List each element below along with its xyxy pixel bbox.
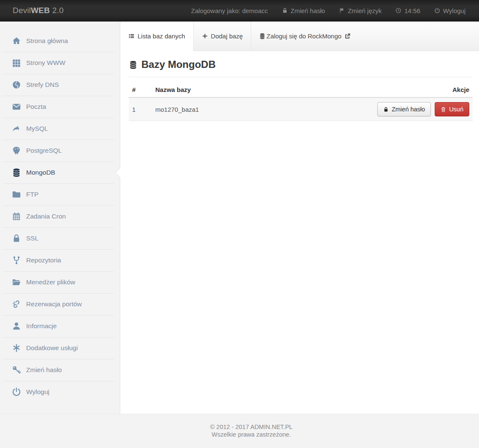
tab-bar: Lista baz danych Dodaj bazę Zaloguj się … bbox=[120, 22, 479, 51]
main-panel: Lista baz danych Dodaj bazę Zaloguj się … bbox=[120, 22, 479, 414]
sidebar-item-label: PostgreSQL bbox=[26, 147, 62, 154]
topbar-right: Zalogowany jako: demoacc Zmień hasło Zmi… bbox=[191, 7, 465, 14]
sidebar-item-label: Wyloguj bbox=[26, 388, 49, 396]
table-row: 1mo1270_baza1Zmień hasłoUsuń bbox=[129, 97, 473, 121]
sidebar-item-informacje[interactable]: Informacje bbox=[0, 315, 120, 337]
sidebar-item-label: Strefy DNS bbox=[26, 81, 59, 89]
sidebar-item-label: Strona główna bbox=[26, 37, 68, 45]
clock-icon bbox=[395, 8, 401, 13]
col-header-name: Nazwa bazy bbox=[152, 82, 260, 97]
sidebar-item-mysql[interactable]: MySQL bbox=[0, 118, 120, 140]
calendar-icon bbox=[12, 212, 21, 221]
logged-in-as: Zalogowany jako: demoacc bbox=[191, 7, 268, 14]
globe-icon bbox=[12, 80, 21, 89]
lock-icon bbox=[383, 107, 389, 112]
sidebar-item-label: Informacje bbox=[26, 322, 57, 330]
power-icon bbox=[12, 387, 21, 397]
databases-table: # Nazwa bazy Akcje 1mo1270_baza1Zmień ha… bbox=[129, 82, 473, 121]
sidebar-item-label: Menedżer plików bbox=[26, 278, 75, 286]
list-icon bbox=[128, 33, 135, 39]
topbar: DevilWEB 2.0 Zalogowany jako: demoacc Zm… bbox=[0, 0, 479, 22]
postgresql-elephant-icon bbox=[12, 146, 21, 155]
sidebar-item-zmien-haslo[interactable]: Zmień hasło bbox=[0, 359, 120, 381]
sidebar-item-label: Dodatkowe usługi bbox=[26, 344, 78, 352]
sidebar-item-label: Zadania Cron bbox=[26, 213, 66, 220]
page-footer: © 2012 - 2017 ADMIN.NET.PL Wszelkie praw… bbox=[0, 414, 479, 448]
sidebar-item-ftp[interactable]: FTP bbox=[0, 184, 120, 205]
sidebar-item-label: Strony WWW bbox=[26, 59, 65, 67]
table-header-row: # Nazwa bazy Akcje bbox=[129, 82, 473, 97]
sidebar-item-menedzer-plikow[interactable]: Menedżer plików bbox=[0, 271, 120, 293]
col-header-index: # bbox=[129, 82, 152, 97]
sidebar-item-label: MySQL bbox=[26, 125, 48, 132]
flag-icon bbox=[339, 8, 345, 13]
usun-button[interactable]: Usuń bbox=[435, 102, 469, 116]
topbar-change-language-link[interactable]: Zmień język bbox=[339, 7, 382, 14]
folder-icon bbox=[12, 190, 21, 199]
title-divider bbox=[129, 77, 473, 77]
sidebar-item-strony-www[interactable]: Strony WWW bbox=[0, 52, 120, 74]
sidebar-nav: Strona głównaStrony WWWStrefy DNSPocztaM… bbox=[0, 22, 120, 414]
database-icon bbox=[129, 60, 138, 69]
app-logo: DevilWEB 2.0 bbox=[13, 6, 64, 15]
clock-display: 14:56 bbox=[395, 7, 420, 14]
row-actions: Zmień hasłoUsuń bbox=[260, 97, 473, 121]
lock-icon bbox=[12, 234, 21, 243]
sidebar-item-postgresql[interactable]: PostgreSQL bbox=[0, 140, 120, 162]
mysql-dolphin-icon bbox=[12, 124, 21, 133]
tab-database-list[interactable]: Lista baz danych bbox=[120, 22, 194, 51]
database-icon bbox=[259, 33, 265, 39]
sidebar-item-poczta[interactable]: Poczta bbox=[0, 96, 120, 118]
lock-icon bbox=[282, 8, 288, 13]
col-header-actions: Akcje bbox=[260, 82, 473, 97]
row-index: 1 bbox=[129, 97, 152, 121]
asterisk-icon bbox=[12, 343, 21, 353]
tab-add-database[interactable]: Dodaj bazę bbox=[194, 22, 252, 51]
tab-rockmongo-login[interactable]: Zaloguj się do RockMongo bbox=[251, 22, 359, 51]
power-icon bbox=[434, 8, 440, 13]
key-icon bbox=[12, 365, 21, 375]
sidebar-item-strefy-dns[interactable]: Strefy DNS bbox=[0, 74, 120, 96]
topbar-logout-link[interactable]: Wyloguj bbox=[434, 7, 465, 14]
sidebar-item-label: Rezerwacja portów bbox=[26, 300, 82, 308]
sidebar-item-label: Zmień hasło bbox=[26, 366, 62, 374]
sidebar-item-label: MongoDB bbox=[26, 169, 55, 176]
db-table-body: 1mo1270_baza1Zmień hasłoUsuń bbox=[129, 97, 473, 121]
sidebar-item-label: FTP bbox=[26, 191, 38, 198]
page-title: Bazy MongoDB bbox=[129, 59, 473, 70]
footer-text: © 2012 - 2017 ADMIN.NET.PL Wszelkie praw… bbox=[0, 414, 479, 438]
sidebar-item-dodatkowe-uslugi[interactable]: Dodatkowe usługi bbox=[0, 337, 120, 359]
envelope-icon bbox=[12, 102, 21, 111]
grid-icon bbox=[12, 58, 21, 67]
topbar-change-password-link[interactable]: Zmień hasło bbox=[282, 7, 325, 14]
sidebar-item-ssl[interactable]: SSL bbox=[0, 227, 120, 249]
database-name: mo1270_baza1 bbox=[152, 97, 260, 121]
copyright-line: © 2012 - 2017 ADMIN.NET.PL bbox=[24, 423, 479, 431]
sidebar-item-strona-glowna[interactable]: Strona główna bbox=[0, 30, 120, 52]
rights-line: Wszelkie prawa zastrzeżone. bbox=[24, 431, 479, 438]
zmien-haslo-button[interactable]: Zmień hasło bbox=[377, 102, 431, 116]
sidebar-item-mongodb[interactable]: MongoDB bbox=[0, 162, 120, 184]
page-shell: Strona głównaStrony WWWStrefy DNSPocztaM… bbox=[0, 22, 479, 414]
sidebar-item-zadania-cron[interactable]: Zadania Cron bbox=[0, 205, 120, 227]
sidebar-item-label: Poczta bbox=[26, 103, 46, 111]
user-icon bbox=[12, 321, 21, 331]
sidebar-item-rezerwacja-portow[interactable]: Rezerwacja portów bbox=[0, 293, 120, 315]
git-fork-icon bbox=[12, 256, 21, 265]
sidebar-item-repozytoria[interactable]: Repozytoria bbox=[0, 249, 120, 271]
sidebar-item-wyloguj[interactable]: Wyloguj bbox=[0, 381, 120, 403]
content-area: Bazy MongoDB # Nazwa bazy Akcje 1mo1270_… bbox=[120, 51, 479, 130]
sidebar-item-label: SSL bbox=[26, 235, 38, 242]
trash-icon bbox=[441, 107, 446, 112]
folder-open-icon bbox=[12, 278, 21, 287]
chain-broken-icon bbox=[12, 300, 21, 309]
external-link-icon bbox=[344, 33, 351, 39]
database-icon bbox=[12, 168, 21, 177]
plus-icon bbox=[202, 33, 208, 39]
sidebar-item-label: Repozytoria bbox=[26, 256, 61, 264]
home-icon bbox=[12, 36, 21, 46]
